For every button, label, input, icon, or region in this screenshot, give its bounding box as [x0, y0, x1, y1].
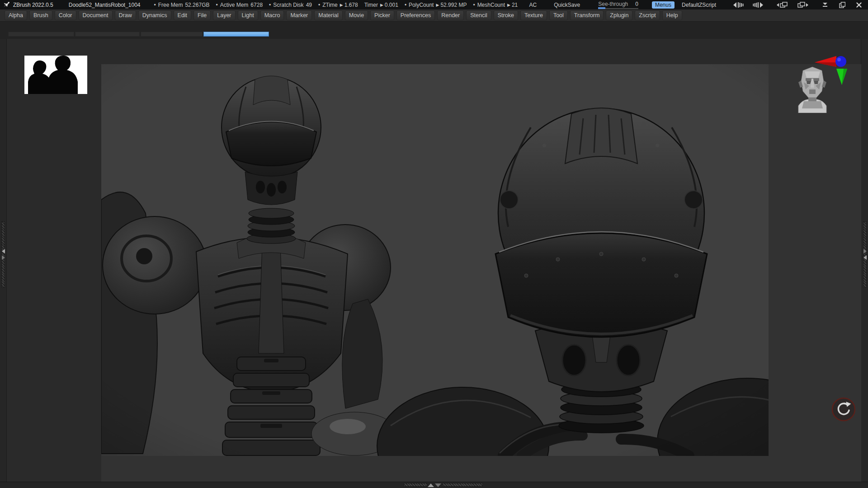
shelf-segment-1[interactable] — [8, 32, 74, 37]
next-document-icon[interactable] — [795, 1, 810, 9]
minimize-icon[interactable] — [820, 2, 830, 8]
close-window-icon[interactable] — [854, 2, 863, 8]
menu-bar: Alpha Brush Color Document Draw Dynamics… — [0, 9, 868, 22]
see-through-knob[interactable] — [598, 7, 605, 9]
menu-item-stencil[interactable]: Stencil — [466, 10, 491, 20]
axis-orientation-gizmo — [814, 52, 850, 85]
menu-item-texture[interactable]: Texture — [520, 10, 547, 20]
menu-item-file[interactable]: File — [193, 10, 211, 20]
ac-button[interactable]: AC — [527, 1, 540, 9]
stat-item: • Free Mem 52.267GB — [154, 2, 212, 8]
menu-item-draw[interactable]: Draw — [115, 10, 136, 20]
stat-item: • Active Mem 6728 — [216, 2, 265, 8]
sculpt-render — [101, 64, 769, 456]
right-tray-handle[interactable] — [863, 221, 867, 288]
left-tray-handle[interactable] — [1, 221, 5, 288]
close-trays-icon[interactable] — [731, 2, 746, 8]
menu-item-macro[interactable]: Macro — [260, 10, 284, 20]
stat-item: Timer ▶ 0.001 — [364, 2, 401, 8]
menu-item-help[interactable]: Help — [662, 10, 682, 20]
scroll-down-arrow[interactable] — [435, 483, 441, 487]
menu-item-preferences[interactable]: Preferences — [396, 10, 435, 20]
document-title: Doodle52_MantisRobot_1004 — [69, 2, 141, 8]
menu-item-marker[interactable]: Marker — [286, 10, 312, 20]
stat-item: • ZTime ▶ 1.678 — [318, 2, 360, 8]
menu-item-movie[interactable]: Movie — [345, 10, 368, 20]
shelf-segment-2[interactable] — [75, 32, 140, 37]
menu-item-material[interactable]: Material — [314, 10, 342, 20]
menu-item-zplugin[interactable]: Zplugin — [606, 10, 632, 20]
shelf-segment-active[interactable] — [203, 32, 269, 37]
menu-item-brush[interactable]: Brush — [29, 10, 52, 20]
previous-document-icon[interactable] — [775, 1, 790, 9]
rotate-canvas-button[interactable] — [831, 397, 856, 422]
silhouettes-image — [24, 56, 87, 94]
stat-item: • Scratch Disk 49 — [269, 2, 314, 8]
stat-item: • MeshCount ▶ 21 — [473, 2, 520, 8]
bottom-tray-bar — [0, 482, 868, 488]
shelf-segment-3[interactable] — [141, 32, 203, 37]
menu-item-transform[interactable]: Transform — [570, 10, 604, 20]
scroll-up-arrow[interactable] — [428, 483, 434, 487]
default-zscript-button[interactable]: DefaultZScript — [679, 1, 719, 9]
top-shelf — [0, 22, 868, 39]
see-through-label: See-through — [598, 1, 628, 7]
menu-item-color[interactable]: Color — [55, 10, 76, 20]
menu-item-picker[interactable]: Picker — [370, 10, 394, 20]
zbrush-logo-icon — [2, 1, 10, 9]
stat-item: • PolyCount ▶ 52.992 MP — [405, 2, 469, 8]
see-through-value: 0 — [635, 1, 638, 7]
menu-item-stroke[interactable]: Stroke — [494, 10, 518, 20]
status-stats: • Free Mem 52.267GB • Active Mem 6728 • … — [154, 2, 524, 8]
z-axis-ball — [835, 56, 846, 67]
app-title: ZBrush 2022.0.5 — [13, 2, 53, 8]
menu-item-render[interactable]: Render — [437, 10, 464, 20]
menus-toggle-button[interactable]: Menus — [652, 1, 675, 9]
menu-item-dynamics[interactable]: Dynamics — [138, 10, 171, 20]
bottom-scroll-right[interactable] — [442, 483, 483, 487]
see-through-slider[interactable]: See-through 0 — [598, 1, 638, 9]
canvas-margin-bottom[interactable] — [101, 456, 769, 482]
title-bar: ZBrush 2022.0.5 Doodle52_MantisRobot_100… — [0, 0, 868, 9]
menu-item-zscript[interactable]: Zscript — [635, 10, 660, 20]
sculpt-canvas[interactable] — [101, 64, 769, 456]
menu-item-tool[interactable]: Tool — [549, 10, 568, 20]
menu-item-alpha[interactable]: Alpha — [5, 10, 27, 20]
open-trays-icon[interactable] — [750, 2, 765, 8]
texture-preview-thumbnail[interactable] — [24, 56, 87, 94]
menu-item-edit[interactable]: Edit — [174, 10, 192, 20]
restore-window-icon[interactable] — [837, 2, 847, 8]
menu-item-layer[interactable]: Layer — [213, 10, 235, 20]
menu-item-document[interactable]: Document — [79, 10, 113, 20]
bottom-scroll-left[interactable] — [404, 483, 427, 487]
menu-item-light[interactable]: Light — [238, 10, 258, 20]
rotate-button-ring — [832, 398, 855, 421]
quicksave-button[interactable]: QuickSave — [551, 1, 583, 9]
